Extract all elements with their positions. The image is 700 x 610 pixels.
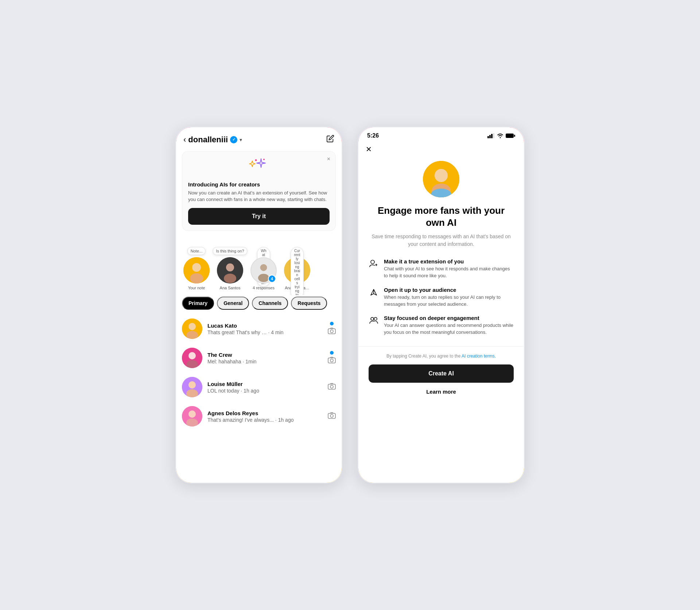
- status-icons: [487, 133, 515, 138]
- sparkle-icon: [188, 157, 330, 178]
- message-list: Lucas Kato Thats great! That's why … · 4…: [176, 314, 342, 438]
- stories-section: Note... Your note Is this thing on?: [176, 240, 342, 295]
- feature-text-2: Open it up to your audience When ready, …: [384, 287, 514, 308]
- crew-msg-right: [328, 351, 336, 365]
- status-time: 5:26: [367, 132, 379, 139]
- svg-rect-37: [493, 133, 494, 138]
- tab-channels[interactable]: Channels: [252, 297, 288, 310]
- svg-point-46: [374, 317, 377, 320]
- feature-title-2: Open it up to your audience: [384, 287, 514, 293]
- tab-primary[interactable]: Primary: [182, 297, 214, 310]
- story-item-your-note[interactable]: Note... Your note: [182, 245, 211, 290]
- svg-point-3: [192, 263, 201, 272]
- right-header: ✕: [358, 142, 524, 154]
- ai-profile-avatar: [423, 161, 459, 197]
- feature-item-2: Open it up to your audience When ready, …: [369, 287, 514, 308]
- your-note-avatar: [183, 257, 210, 283]
- svg-point-41: [435, 169, 448, 182]
- ai-banner: × Introducing AIs for creators Now you c…: [182, 151, 336, 231]
- verified-badge: ✓: [230, 136, 237, 143]
- feature-item-1: Make it a true extension of you Chat wit…: [369, 258, 514, 279]
- svg-point-7: [224, 274, 236, 283]
- louise-preview: LOL not today · 1h ago: [207, 388, 323, 394]
- right-main-title: Engage more fans with your own AI: [369, 205, 514, 228]
- message-item-lucas[interactable]: Lucas Kato Thats great! That's why … · 4…: [176, 314, 342, 343]
- back-arrow-icon[interactable]: ‹: [183, 135, 186, 144]
- terms-text: By tapping Create AI, you agree to the A…: [369, 353, 514, 359]
- battery-icon: [506, 133, 515, 138]
- tab-requests[interactable]: Requests: [291, 297, 327, 310]
- edit-icon[interactable]: [326, 135, 334, 144]
- svg-point-9: [260, 264, 267, 271]
- close-button[interactable]: ✕: [366, 145, 372, 153]
- crew-camera-icon[interactable]: [328, 357, 336, 365]
- ai-banner-title: Introducing AIs for creators: [188, 181, 330, 188]
- feature-text-3: Stay focused on deeper engagement Your A…: [384, 315, 514, 336]
- svg-rect-27: [328, 384, 335, 389]
- learn-more-button[interactable]: Learn more: [425, 387, 458, 396]
- agnes-avatar: [182, 406, 202, 426]
- crew-name: The Crew: [207, 352, 323, 358]
- create-ai-button[interactable]: Create AI: [369, 364, 514, 383]
- stories-row: Note... Your note Is this thing on?: [176, 240, 342, 295]
- left-header: ‹ donalleniii ✓ ▾: [176, 127, 342, 148]
- terms-link[interactable]: AI creation terms.: [462, 354, 496, 359]
- left-phone: ‹ donalleniii ✓ ▾ × Introducin: [175, 126, 343, 484]
- agnes-camera-icon[interactable]: [328, 412, 336, 421]
- four-responses-badge: 4: [268, 275, 276, 283]
- feature-title-3: Stay focused on deeper engagement: [384, 315, 514, 321]
- lucas-unread-dot: [330, 322, 334, 325]
- lucas-preview: Thats great! That's why … · 4 min: [207, 329, 323, 335]
- person-sparkle-icon: [369, 259, 379, 271]
- ana-santos-note-bubble: Is this thing on?: [213, 247, 247, 255]
- svg-point-1: [263, 159, 265, 160]
- right-body: Engage more fans with your own AI Save t…: [358, 154, 524, 336]
- lucas-message-content: Lucas Kato Thats great! That's why … · 4…: [207, 323, 323, 335]
- agnes-message-content: Agnes Delos Reyes That's amazing! I've a…: [207, 410, 323, 423]
- chevron-down-icon[interactable]: ▾: [240, 137, 242, 143]
- story-item-ana-thomas[interactable]: Currently losing brain cells trying to A…: [283, 245, 312, 290]
- svg-point-6: [226, 263, 234, 271]
- svg-rect-17: [328, 329, 335, 334]
- svg-point-44: [371, 260, 374, 264]
- feature-text-1: Make it a true extension of you Chat wit…: [384, 258, 514, 279]
- svg-point-15: [188, 323, 196, 330]
- svg-rect-34: [487, 136, 489, 138]
- louise-name: Louise Müller: [207, 381, 323, 387]
- people-focus-icon: [369, 316, 379, 327]
- ai-banner-desc: Now you can create an AI that's an exten…: [188, 190, 330, 203]
- svg-rect-22: [328, 358, 335, 363]
- svg-point-30: [188, 410, 196, 418]
- svg-point-33: [330, 414, 333, 417]
- svg-rect-39: [514, 135, 515, 137]
- lucas-msg-right: [328, 322, 336, 336]
- feature-title-1: Make it a true extension of you: [384, 258, 514, 265]
- crew-message-content: The Crew Mel: hahahaha · 1min: [207, 352, 323, 364]
- story-label-ana-santos: Ana Santos: [220, 286, 241, 290]
- send-icon: [369, 287, 379, 299]
- louise-camera-icon[interactable]: [328, 383, 336, 391]
- camera-icon[interactable]: [328, 328, 336, 336]
- story-item-ana-santos[interactable]: Is this thing on? Ana Santos: [215, 245, 245, 290]
- status-bar: 5:26: [358, 127, 524, 142]
- svg-point-4: [190, 273, 203, 283]
- crew-avatar: [182, 348, 202, 368]
- your-note-bubble: Note...: [187, 247, 206, 255]
- right-subtitle: Save time responding to messages with an…: [369, 233, 514, 248]
- svg-rect-36: [491, 134, 493, 138]
- svg-point-45: [371, 317, 374, 320]
- svg-point-28: [330, 385, 333, 388]
- message-item-louise[interactable]: Louise Müller LOL not today · 1h ago: [176, 372, 342, 402]
- tab-general[interactable]: General: [217, 297, 249, 310]
- story-item-4-responses[interactable]: What are you bringing now? 4 4 responses: [249, 245, 278, 290]
- message-item-agnes[interactable]: Agnes Delos Reyes That's amazing! I've a…: [176, 402, 342, 431]
- louise-msg-right: [328, 383, 336, 391]
- signal-icon: [487, 133, 495, 138]
- banner-close-icon[interactable]: ×: [327, 156, 330, 162]
- right-footer: By tapping Create AI, you agree to the A…: [358, 346, 524, 405]
- agnes-msg-right: [328, 412, 336, 421]
- try-it-button[interactable]: Try it: [188, 208, 330, 225]
- message-item-crew[interactable]: The Crew Mel: hahahaha · 1min: [176, 343, 342, 372]
- story-label-your-note: Your note: [188, 286, 205, 290]
- header-left: ‹ donalleniii ✓ ▾: [183, 135, 242, 144]
